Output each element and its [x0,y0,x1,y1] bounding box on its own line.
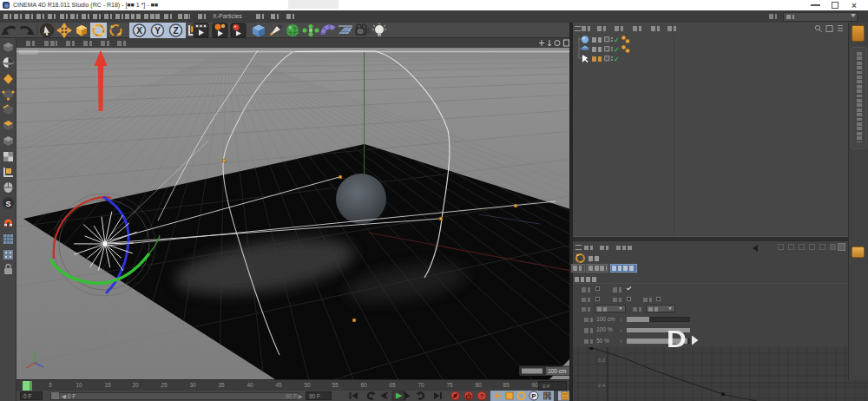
svg-text:Y: Y [155,26,161,36]
svg-text:P: P [531,392,536,400]
svg-text:S: S [5,200,10,208]
svg-text:?: ? [480,392,484,400]
svg-text:✓: ✓ [614,56,620,63]
svg-text:✓: ✓ [614,46,620,54]
svg-text:D: D [667,326,687,351]
svg-text:X: X [136,26,142,36]
svg-text:0.2: 0.2 [598,358,606,363]
svg-text:100 cm: 100 cm [548,368,566,374]
svg-text:2.4: 2.4 [598,383,606,388]
svg-text:Z: Z [173,26,178,36]
svg-text:✓: ✓ [614,36,620,44]
